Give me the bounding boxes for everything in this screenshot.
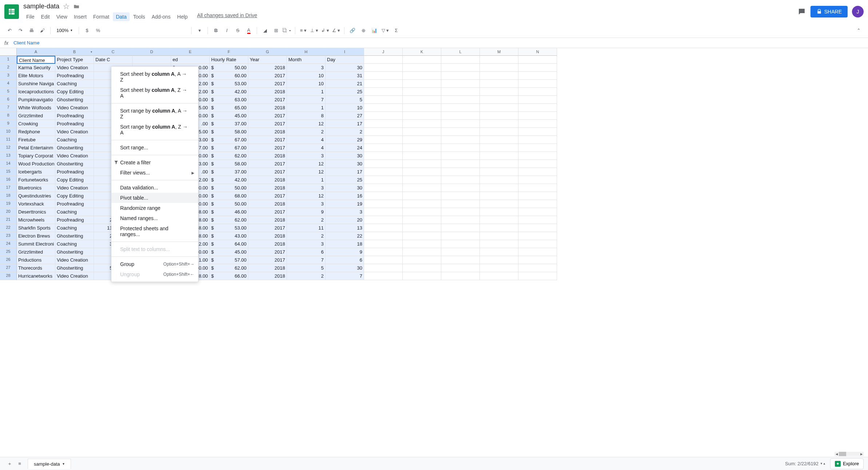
- cell-A11[interactable]: Firetube: [17, 136, 55, 144]
- cell-A26[interactable]: Priductions: [17, 256, 55, 264]
- row-header-10[interactable]: 10: [0, 128, 17, 136]
- cell-I8[interactable]: 27: [326, 112, 364, 120]
- row-header-13[interactable]: 13: [0, 152, 17, 160]
- select-all-corner[interactable]: [0, 48, 17, 56]
- cell-D1[interactable]: [133, 56, 171, 64]
- italic-button[interactable]: I: [222, 26, 232, 36]
- cell-N4[interactable]: [518, 80, 557, 88]
- cell-L11[interactable]: [441, 136, 480, 144]
- cell-J17[interactable]: [364, 184, 403, 192]
- cell-I19[interactable]: 19: [326, 200, 364, 208]
- cell-I20[interactable]: 3: [326, 208, 364, 216]
- row-header-18[interactable]: 18: [0, 192, 17, 200]
- cell-L23[interactable]: [441, 232, 480, 240]
- cell-B28[interactable]: Video Creation: [55, 272, 94, 280]
- cell-K5[interactable]: [403, 88, 441, 96]
- menu-create-filter[interactable]: Create a filter: [111, 157, 198, 168]
- cell-B16[interactable]: Copy Editing: [55, 176, 94, 184]
- cell-B5[interactable]: Copy Editing: [55, 88, 94, 96]
- cell-L12[interactable]: [441, 144, 480, 152]
- cell-K15[interactable]: [403, 168, 441, 176]
- cell-F13[interactable]: $62.00: [210, 152, 248, 160]
- cell-B10[interactable]: Video Creation: [55, 128, 94, 136]
- cell-F15[interactable]: $37.00: [210, 168, 248, 176]
- cell-L21[interactable]: [441, 216, 480, 224]
- cell-G19[interactable]: 2018: [248, 200, 287, 208]
- cell-B19[interactable]: Proofreading: [55, 200, 94, 208]
- cell-J13[interactable]: [364, 152, 403, 160]
- cell-N26[interactable]: [518, 256, 557, 264]
- cell-N19[interactable]: [518, 200, 557, 208]
- row-header-19[interactable]: 19: [0, 200, 17, 208]
- cell-H27[interactable]: 5: [287, 264, 326, 272]
- cell-K9[interactable]: [403, 120, 441, 128]
- cell-F26[interactable]: $57.00: [210, 256, 248, 264]
- menu-insert[interactable]: Insert: [71, 12, 90, 21]
- chart-button[interactable]: 📊: [369, 26, 379, 36]
- cell-G17[interactable]: 2018: [248, 184, 287, 192]
- cell-H28[interactable]: 2: [287, 272, 326, 280]
- cell-L26[interactable]: [441, 256, 480, 264]
- cell-G25[interactable]: 2017: [248, 248, 287, 256]
- cell-N22[interactable]: [518, 224, 557, 232]
- cell-B9[interactable]: Proofreading: [55, 120, 94, 128]
- cell-I14[interactable]: 30: [326, 160, 364, 168]
- cell-I4[interactable]: 21: [326, 80, 364, 88]
- cell-L28[interactable]: [441, 272, 480, 280]
- row-header-1[interactable]: 1: [0, 56, 17, 64]
- cell-N10[interactable]: [518, 128, 557, 136]
- cell-F5[interactable]: $42.00: [210, 88, 248, 96]
- cell-L5[interactable]: [441, 88, 480, 96]
- row-header-14[interactable]: 14: [0, 160, 17, 168]
- menu-view[interactable]: View: [54, 12, 70, 21]
- cell-B14[interactable]: Ghostwriting: [55, 160, 94, 168]
- cell-L24[interactable]: [441, 240, 480, 248]
- cell-J9[interactable]: [364, 120, 403, 128]
- cell-G20[interactable]: 2017: [248, 208, 287, 216]
- cell-K21[interactable]: [403, 216, 441, 224]
- col-header-J[interactable]: J: [364, 48, 403, 56]
- cell-L3[interactable]: [441, 72, 480, 80]
- row-header-9[interactable]: 9: [0, 120, 17, 128]
- cell-J20[interactable]: [364, 208, 403, 216]
- cell-L1[interactable]: [441, 56, 480, 64]
- cell-M11[interactable]: [480, 136, 518, 144]
- cell-G26[interactable]: 2017: [248, 256, 287, 264]
- cell-I5[interactable]: 25: [326, 88, 364, 96]
- cell-L18[interactable]: [441, 192, 480, 200]
- star-icon[interactable]: [63, 3, 70, 10]
- cell-A20[interactable]: Deserttronics: [17, 208, 55, 216]
- col-header-B[interactable]: B▾: [55, 48, 94, 56]
- cell-N7[interactable]: [518, 104, 557, 112]
- cell-M26[interactable]: [480, 256, 518, 264]
- comments-icon[interactable]: [797, 7, 806, 16]
- fill-color-button[interactable]: ◢: [260, 26, 270, 36]
- cell-I1[interactable]: Day: [326, 56, 364, 64]
- menu-tools[interactable]: Tools: [130, 12, 148, 21]
- cell-I26[interactable]: 6: [326, 256, 364, 264]
- row-header-2[interactable]: 2: [0, 64, 17, 72]
- cell-G21[interactable]: 2018: [248, 216, 287, 224]
- doc-title[interactable]: sample-data: [23, 3, 59, 10]
- cell-I13[interactable]: 30: [326, 152, 364, 160]
- cell-B2[interactable]: Video Creation: [55, 64, 94, 72]
- currency-button[interactable]: $: [82, 26, 92, 36]
- cell-L15[interactable]: [441, 168, 480, 176]
- cell-I2[interactable]: 30: [326, 64, 364, 72]
- cell-B11[interactable]: Coaching: [55, 136, 94, 144]
- cell-A25[interactable]: Grizzlimited: [17, 248, 55, 256]
- cell-G24[interactable]: 2018: [248, 240, 287, 248]
- cell-F17[interactable]: $50.00: [210, 184, 248, 192]
- cell-K1[interactable]: [403, 56, 441, 64]
- cell-F8[interactable]: $45.00: [210, 112, 248, 120]
- borders-button[interactable]: ⊞: [271, 26, 281, 36]
- cell-J28[interactable]: [364, 272, 403, 280]
- cell-J16[interactable]: [364, 176, 403, 184]
- percent-button[interactable]: %: [93, 26, 103, 36]
- cell-K6[interactable]: [403, 96, 441, 104]
- cell-I6[interactable]: 5: [326, 96, 364, 104]
- paint-format-button[interactable]: 🖌: [37, 26, 47, 36]
- cell-N28[interactable]: [518, 272, 557, 280]
- horizontal-scrollbar[interactable]: ◀ ▶: [835, 452, 864, 456]
- cell-L20[interactable]: [441, 208, 480, 216]
